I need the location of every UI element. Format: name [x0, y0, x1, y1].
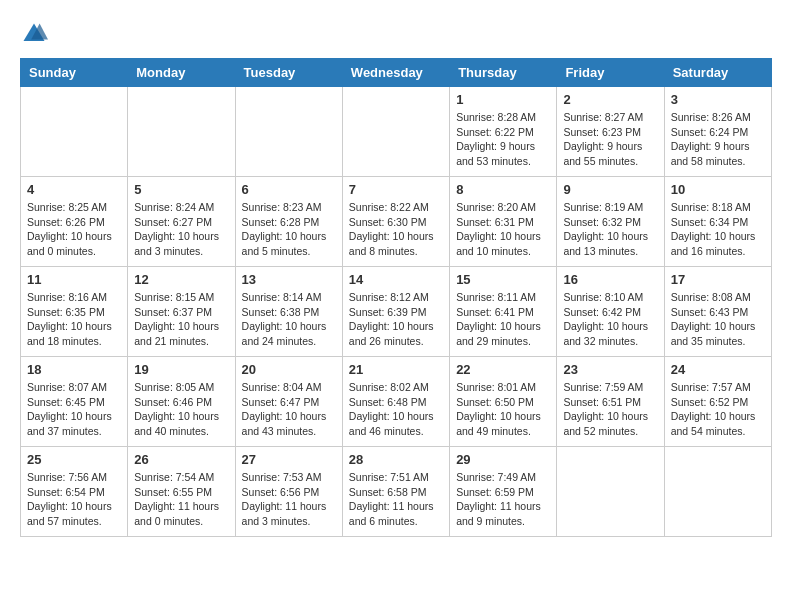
day-info: Sunrise: 8:22 AMSunset: 6:30 PMDaylight:… — [349, 200, 443, 259]
day-info: Sunrise: 7:54 AMSunset: 6:55 PMDaylight:… — [134, 470, 228, 529]
days-header-row: SundayMondayTuesdayWednesdayThursdayFrid… — [21, 59, 772, 87]
day-cell: 14Sunrise: 8:12 AMSunset: 6:39 PMDayligh… — [342, 267, 449, 357]
day-info: Sunrise: 8:28 AMSunset: 6:22 PMDaylight:… — [456, 110, 550, 169]
day-number: 9 — [563, 182, 657, 197]
day-number: 16 — [563, 272, 657, 287]
week-row-0: 1Sunrise: 8:28 AMSunset: 6:22 PMDaylight… — [21, 87, 772, 177]
day-info: Sunrise: 8:26 AMSunset: 6:24 PMDaylight:… — [671, 110, 765, 169]
logo-icon — [20, 20, 48, 48]
day-info: Sunrise: 8:07 AMSunset: 6:45 PMDaylight:… — [27, 380, 121, 439]
day-cell: 4Sunrise: 8:25 AMSunset: 6:26 PMDaylight… — [21, 177, 128, 267]
day-cell — [21, 87, 128, 177]
day-number: 29 — [456, 452, 550, 467]
header-saturday: Saturday — [664, 59, 771, 87]
day-cell: 20Sunrise: 8:04 AMSunset: 6:47 PMDayligh… — [235, 357, 342, 447]
day-cell: 12Sunrise: 8:15 AMSunset: 6:37 PMDayligh… — [128, 267, 235, 357]
day-number: 27 — [242, 452, 336, 467]
day-cell: 10Sunrise: 8:18 AMSunset: 6:34 PMDayligh… — [664, 177, 771, 267]
day-number: 21 — [349, 362, 443, 377]
day-number: 1 — [456, 92, 550, 107]
day-info: Sunrise: 8:08 AMSunset: 6:43 PMDaylight:… — [671, 290, 765, 349]
header-tuesday: Tuesday — [235, 59, 342, 87]
day-number: 5 — [134, 182, 228, 197]
day-cell: 6Sunrise: 8:23 AMSunset: 6:28 PMDaylight… — [235, 177, 342, 267]
day-cell: 13Sunrise: 8:14 AMSunset: 6:38 PMDayligh… — [235, 267, 342, 357]
header-monday: Monday — [128, 59, 235, 87]
day-number: 8 — [456, 182, 550, 197]
week-row-3: 18Sunrise: 8:07 AMSunset: 6:45 PMDayligh… — [21, 357, 772, 447]
day-cell: 1Sunrise: 8:28 AMSunset: 6:22 PMDaylight… — [450, 87, 557, 177]
day-info: Sunrise: 8:15 AMSunset: 6:37 PMDaylight:… — [134, 290, 228, 349]
day-info: Sunrise: 8:12 AMSunset: 6:39 PMDaylight:… — [349, 290, 443, 349]
day-info: Sunrise: 8:20 AMSunset: 6:31 PMDaylight:… — [456, 200, 550, 259]
day-cell — [128, 87, 235, 177]
day-info: Sunrise: 8:25 AMSunset: 6:26 PMDaylight:… — [27, 200, 121, 259]
day-cell: 27Sunrise: 7:53 AMSunset: 6:56 PMDayligh… — [235, 447, 342, 537]
day-cell: 9Sunrise: 8:19 AMSunset: 6:32 PMDaylight… — [557, 177, 664, 267]
day-cell: 19Sunrise: 8:05 AMSunset: 6:46 PMDayligh… — [128, 357, 235, 447]
day-number: 6 — [242, 182, 336, 197]
day-number: 18 — [27, 362, 121, 377]
day-number: 24 — [671, 362, 765, 377]
day-info: Sunrise: 8:19 AMSunset: 6:32 PMDaylight:… — [563, 200, 657, 259]
day-cell: 16Sunrise: 8:10 AMSunset: 6:42 PMDayligh… — [557, 267, 664, 357]
day-info: Sunrise: 8:14 AMSunset: 6:38 PMDaylight:… — [242, 290, 336, 349]
day-info: Sunrise: 8:11 AMSunset: 6:41 PMDaylight:… — [456, 290, 550, 349]
day-info: Sunrise: 8:23 AMSunset: 6:28 PMDaylight:… — [242, 200, 336, 259]
day-number: 4 — [27, 182, 121, 197]
day-number: 12 — [134, 272, 228, 287]
day-cell: 18Sunrise: 8:07 AMSunset: 6:45 PMDayligh… — [21, 357, 128, 447]
day-number: 22 — [456, 362, 550, 377]
day-cell: 7Sunrise: 8:22 AMSunset: 6:30 PMDaylight… — [342, 177, 449, 267]
week-row-4: 25Sunrise: 7:56 AMSunset: 6:54 PMDayligh… — [21, 447, 772, 537]
day-cell: 24Sunrise: 7:57 AMSunset: 6:52 PMDayligh… — [664, 357, 771, 447]
day-number: 3 — [671, 92, 765, 107]
day-number: 19 — [134, 362, 228, 377]
day-cell: 28Sunrise: 7:51 AMSunset: 6:58 PMDayligh… — [342, 447, 449, 537]
day-number: 2 — [563, 92, 657, 107]
day-number: 10 — [671, 182, 765, 197]
day-cell: 15Sunrise: 8:11 AMSunset: 6:41 PMDayligh… — [450, 267, 557, 357]
day-info: Sunrise: 7:51 AMSunset: 6:58 PMDaylight:… — [349, 470, 443, 529]
day-cell: 3Sunrise: 8:26 AMSunset: 6:24 PMDaylight… — [664, 87, 771, 177]
week-row-2: 11Sunrise: 8:16 AMSunset: 6:35 PMDayligh… — [21, 267, 772, 357]
day-cell — [235, 87, 342, 177]
day-info: Sunrise: 8:24 AMSunset: 6:27 PMDaylight:… — [134, 200, 228, 259]
day-number: 28 — [349, 452, 443, 467]
logo — [20, 20, 52, 48]
day-cell: 5Sunrise: 8:24 AMSunset: 6:27 PMDaylight… — [128, 177, 235, 267]
day-number: 14 — [349, 272, 443, 287]
week-row-1: 4Sunrise: 8:25 AMSunset: 6:26 PMDaylight… — [21, 177, 772, 267]
day-info: Sunrise: 7:53 AMSunset: 6:56 PMDaylight:… — [242, 470, 336, 529]
day-number: 13 — [242, 272, 336, 287]
day-number: 7 — [349, 182, 443, 197]
day-cell: 29Sunrise: 7:49 AMSunset: 6:59 PMDayligh… — [450, 447, 557, 537]
header-wednesday: Wednesday — [342, 59, 449, 87]
header-thursday: Thursday — [450, 59, 557, 87]
day-number: 17 — [671, 272, 765, 287]
header-friday: Friday — [557, 59, 664, 87]
day-cell: 8Sunrise: 8:20 AMSunset: 6:31 PMDaylight… — [450, 177, 557, 267]
day-cell: 26Sunrise: 7:54 AMSunset: 6:55 PMDayligh… — [128, 447, 235, 537]
header — [20, 20, 772, 48]
day-info: Sunrise: 8:04 AMSunset: 6:47 PMDaylight:… — [242, 380, 336, 439]
day-info: Sunrise: 8:10 AMSunset: 6:42 PMDaylight:… — [563, 290, 657, 349]
header-sunday: Sunday — [21, 59, 128, 87]
day-number: 20 — [242, 362, 336, 377]
calendar-table: SundayMondayTuesdayWednesdayThursdayFrid… — [20, 58, 772, 537]
day-number: 11 — [27, 272, 121, 287]
day-info: Sunrise: 7:56 AMSunset: 6:54 PMDaylight:… — [27, 470, 121, 529]
day-cell: 23Sunrise: 7:59 AMSunset: 6:51 PMDayligh… — [557, 357, 664, 447]
day-cell: 11Sunrise: 8:16 AMSunset: 6:35 PMDayligh… — [21, 267, 128, 357]
day-cell: 25Sunrise: 7:56 AMSunset: 6:54 PMDayligh… — [21, 447, 128, 537]
day-info: Sunrise: 7:49 AMSunset: 6:59 PMDaylight:… — [456, 470, 550, 529]
day-cell: 22Sunrise: 8:01 AMSunset: 6:50 PMDayligh… — [450, 357, 557, 447]
day-cell: 2Sunrise: 8:27 AMSunset: 6:23 PMDaylight… — [557, 87, 664, 177]
day-info: Sunrise: 8:18 AMSunset: 6:34 PMDaylight:… — [671, 200, 765, 259]
day-cell: 21Sunrise: 8:02 AMSunset: 6:48 PMDayligh… — [342, 357, 449, 447]
day-info: Sunrise: 8:05 AMSunset: 6:46 PMDaylight:… — [134, 380, 228, 439]
day-number: 25 — [27, 452, 121, 467]
day-cell — [664, 447, 771, 537]
day-info: Sunrise: 8:02 AMSunset: 6:48 PMDaylight:… — [349, 380, 443, 439]
day-info: Sunrise: 7:59 AMSunset: 6:51 PMDaylight:… — [563, 380, 657, 439]
